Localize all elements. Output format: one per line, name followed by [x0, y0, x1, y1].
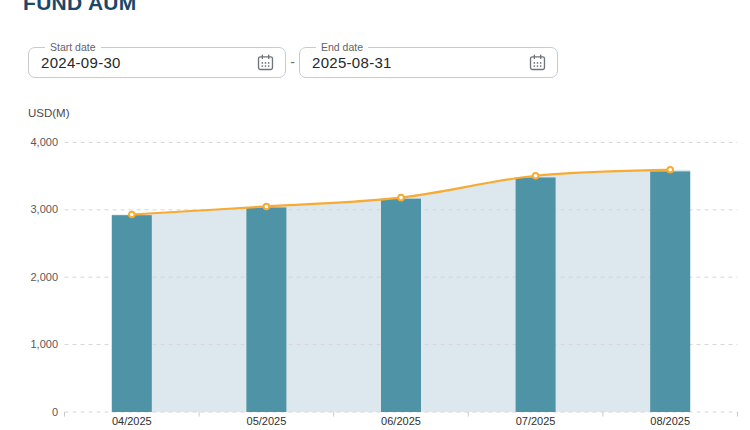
x-tick-label: 04/2025 — [112, 415, 152, 427]
y-axis-unit-label: USD(M) — [28, 107, 70, 119]
fund-aum-chart-svg: 01,0002,0003,0004,000USD(M)04/202505/202… — [0, 105, 750, 430]
start-date-label: Start date — [45, 41, 101, 53]
calendar-icon[interactable] — [255, 53, 275, 73]
y-tick-label: 1,000 — [30, 338, 58, 350]
line-marker-05/2025[interactable] — [264, 204, 270, 210]
x-tick-label: 08/2025 — [650, 415, 690, 427]
line-marker-06/2025[interactable] — [398, 195, 404, 201]
bar-08/2025[interactable] — [650, 171, 690, 412]
start-date-field[interactable]: Start date 2024-09-30 — [28, 47, 286, 78]
end-date-field[interactable]: End date 2025-08-31 — [299, 47, 558, 78]
bar-04/2025[interactable] — [112, 215, 152, 412]
line-marker-08/2025[interactable] — [667, 167, 673, 173]
x-tick-label: 05/2025 — [247, 415, 287, 427]
fund-aum-panel: FUND AUM Start date 2024-09-30 - End dat… — [0, 0, 750, 430]
calendar-icon[interactable] — [527, 53, 547, 73]
start-date-input[interactable]: 2024-09-30 — [29, 54, 255, 71]
end-date-input[interactable]: 2025-08-31 — [300, 54, 527, 71]
y-tick-label: 2,000 — [30, 271, 58, 283]
line-marker-04/2025[interactable] — [129, 212, 135, 218]
page-title: FUND AUM — [23, 0, 137, 16]
end-date-label: End date — [316, 41, 368, 53]
x-tick-label: 07/2025 — [516, 415, 556, 427]
bar-07/2025[interactable] — [516, 177, 556, 412]
y-tick-label: 3,000 — [30, 203, 58, 215]
x-tick-label: 06/2025 — [381, 415, 421, 427]
bar-06/2025[interactable] — [381, 199, 421, 412]
y-tick-label: 4,000 — [30, 136, 58, 148]
fund-aum-chart: 01,0002,0003,0004,000USD(M)04/202505/202… — [0, 105, 750, 430]
y-tick-label: 0 — [52, 406, 58, 418]
bar-05/2025[interactable] — [246, 207, 286, 412]
line-marker-07/2025[interactable] — [533, 173, 539, 179]
date-range-separator: - — [286, 54, 299, 70]
